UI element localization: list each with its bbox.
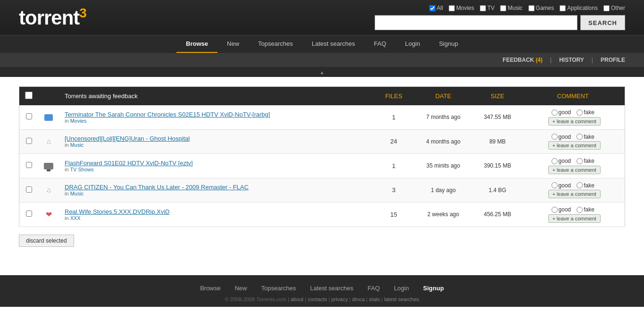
search-input[interactable]: [375, 15, 577, 30]
row-checkbox-3[interactable]: [26, 186, 32, 193]
radio-fake-label[interactable]: fake: [577, 158, 594, 164]
row-checkbox-1[interactable]: [26, 138, 32, 144]
radio-fake-label[interactable]: fake: [577, 109, 594, 116]
category-link[interactable]: Movies: [70, 118, 87, 124]
torrent-name-link[interactable]: [Uncensored][Loli][ENG]Uran - Ghost Hosp…: [65, 135, 190, 142]
leave-comment-link[interactable]: + leave a comment: [548, 214, 601, 223]
radio-good-1[interactable]: [552, 134, 558, 140]
select-all-checkbox[interactable]: [25, 92, 33, 99]
leave-comment-link[interactable]: + leave a comment: [548, 190, 601, 198]
filter-music-checkbox[interactable]: [500, 5, 506, 11]
filter-music[interactable]: Music: [500, 5, 522, 11]
row-checkbox-2[interactable]: [26, 162, 32, 168]
filter-all-checkbox[interactable]: [429, 5, 435, 11]
footer-nav-faq[interactable]: FAQ: [368, 285, 380, 292]
filter-applications-checkbox[interactable]: [560, 5, 566, 11]
row-date: 2 weeks ago: [413, 202, 474, 227]
torrent-name-link[interactable]: FlashForward S01E02 HDTV XviD-NoTV [eztv…: [65, 160, 193, 167]
radio-good-0[interactable]: [552, 110, 558, 116]
torrent-name-link[interactable]: Terminator The Sarah Connor Chronicles S…: [65, 111, 270, 118]
radio-good-4[interactable]: [552, 207, 558, 213]
nav-bar: Browse New Topsearches Latest searches F…: [0, 35, 644, 53]
footer-nav-new[interactable]: New: [234, 285, 247, 292]
footer-contacts[interactable]: contacts: [308, 296, 327, 302]
row-comment-cell: good fake + leave a comment: [521, 154, 625, 178]
filter-movies[interactable]: Movies: [449, 5, 474, 11]
leave-comment-link[interactable]: + leave a comment: [548, 141, 601, 150]
leave-comment-link[interactable]: + leave a comment: [548, 117, 601, 126]
filter-applications[interactable]: Applications: [560, 5, 598, 11]
radio-fake-4[interactable]: [577, 207, 583, 213]
leave-comment-link[interactable]: + leave a comment: [548, 166, 601, 174]
torrent-name-link[interactable]: DRAG CITIZEN - You Can Thank Us Later - …: [65, 184, 249, 191]
filter-all[interactable]: All: [429, 5, 443, 11]
radio-good-text: good: [559, 158, 571, 164]
profile-link[interactable]: PROFILE: [601, 57, 625, 63]
filter-games-checkbox[interactable]: [528, 5, 535, 11]
footer-about[interactable]: about: [291, 296, 304, 302]
footer-nav-browse[interactable]: Browse: [200, 285, 220, 292]
filter-tv[interactable]: TV: [480, 5, 494, 11]
row-size: 347.55 MB: [474, 105, 521, 129]
nav-latest-searches[interactable]: Latest searches: [302, 35, 365, 53]
radio-fake-label[interactable]: fake: [577, 206, 594, 213]
radio-fake-1[interactable]: [577, 134, 583, 140]
nav-topsearches[interactable]: Topsearches: [249, 35, 302, 53]
history-link[interactable]: HISTORY: [559, 57, 584, 63]
footer-privacy[interactable]: privacy: [331, 296, 348, 302]
radio-good-label[interactable]: good: [552, 206, 571, 213]
search-button[interactable]: SEARCH: [580, 15, 625, 30]
radio-fake-2[interactable]: [577, 158, 583, 164]
category-link[interactable]: Music: [70, 142, 84, 148]
radio-fake-3[interactable]: [577, 182, 583, 188]
row-comment-cell: good fake + leave a comment: [521, 178, 625, 202]
row-name-cell: [Uncensored][Loli][ENG]Uran - Ghost Hosp…: [59, 129, 375, 154]
table-row: FlashForward S01E02 HDTV XviD-NoTV [eztv…: [19, 154, 625, 178]
search-filters: All Movies TV Music Games Applications O…: [429, 5, 625, 11]
nav-login[interactable]: Login: [396, 35, 430, 53]
filter-games[interactable]: Games: [528, 5, 554, 11]
row-size: 1.4 BG: [474, 178, 521, 202]
category-link[interactable]: XXX: [70, 215, 81, 221]
radio-fake-text: fake: [584, 182, 594, 189]
filter-tv-checkbox[interactable]: [480, 5, 486, 11]
nav-browse[interactable]: Browse: [176, 35, 217, 53]
discard-selected-button[interactable]: discard selected: [19, 235, 74, 247]
filter-other[interactable]: Other: [603, 5, 625, 11]
row-name-cell: FlashForward S01E02 HDTV XviD-NoTV [eztv…: [59, 154, 375, 178]
footer-latest-searches[interactable]: latest searches: [384, 296, 419, 302]
collapse-arrow[interactable]: ▲: [320, 70, 325, 75]
footer-nav-topsearches[interactable]: Topsearches: [261, 285, 296, 292]
nav-new[interactable]: New: [217, 35, 249, 53]
radio-fake-label[interactable]: fake: [577, 182, 594, 189]
radio-fake-0[interactable]: [577, 110, 583, 116]
radio-group: good fake: [552, 134, 594, 140]
radio-good-label[interactable]: good: [552, 109, 571, 116]
nav-faq[interactable]: FAQ: [365, 35, 396, 53]
footer-nav-signup[interactable]: Signup: [423, 285, 444, 292]
radio-fake-label[interactable]: fake: [577, 134, 594, 140]
radio-good-label[interactable]: good: [552, 158, 571, 164]
filter-other-checkbox[interactable]: [603, 5, 610, 11]
footer-stats[interactable]: stats: [369, 296, 380, 302]
feedback-link[interactable]: FEEDBACK (4): [502, 57, 543, 63]
category-link[interactable]: Music: [70, 191, 84, 196]
nav-signup[interactable]: Signup: [429, 35, 467, 53]
footer-nav-login[interactable]: Login: [394, 285, 409, 292]
category-link[interactable]: TV Shows: [70, 167, 93, 172]
radio-good-label[interactable]: good: [552, 134, 571, 140]
radio-good-2[interactable]: [552, 158, 558, 164]
row-date: 4 months ago: [413, 129, 474, 154]
row-checkbox-0[interactable]: [26, 113, 32, 119]
filter-movies-checkbox[interactable]: [449, 5, 455, 11]
footer-dmca[interactable]: dmca: [352, 296, 365, 302]
row-checkbox-4[interactable]: [26, 211, 32, 217]
radio-good-3[interactable]: [552, 182, 558, 188]
torrent-name-link[interactable]: Real.Wife.Stories.5.XXX.DVDRip.XviD: [65, 208, 170, 215]
radio-good-label[interactable]: good: [552, 182, 571, 189]
torrent-category: in Music: [65, 142, 369, 148]
footer-nav-latest-searches[interactable]: Latest searches: [310, 285, 353, 292]
logo-name: torrent: [19, 7, 79, 29]
separator-1: |: [550, 57, 552, 63]
row-size: 390.15 MB: [474, 154, 521, 178]
